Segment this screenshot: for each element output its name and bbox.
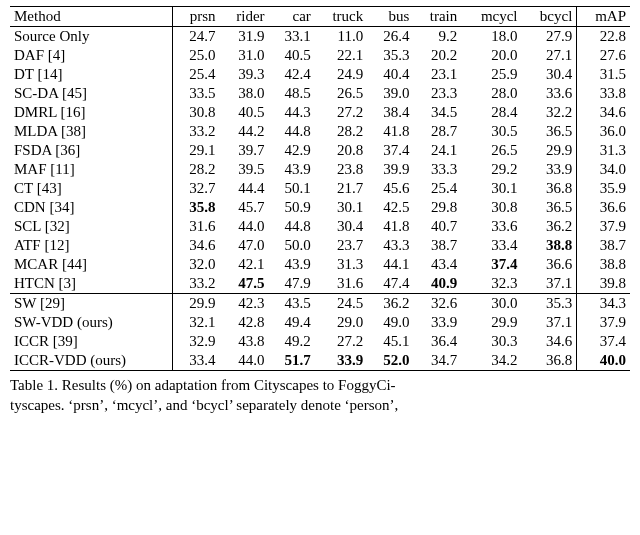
value-cell: 28.2 [315,122,367,141]
value-cell: 36.5 [522,122,577,141]
value-cell: 24.9 [315,65,367,84]
value-cell: 24.7 [173,27,220,47]
table-row: SW-VDD (ours)32.142.849.429.049.033.929.… [10,313,630,332]
value-cell: 47.0 [220,236,269,255]
table-row: MLDA [38]33.244.244.828.241.828.730.536.… [10,122,630,141]
value-cell: 9.2 [413,27,461,47]
table-row: MAF [11]28.239.543.923.839.933.329.233.9… [10,160,630,179]
value-cell: 36.4 [413,332,461,351]
method-cell: FSDA [36] [10,141,173,160]
value-cell: 42.8 [220,313,269,332]
method-cell: SCL [32] [10,217,173,236]
value-cell: 33.3 [413,160,461,179]
value-cell: 38.0 [220,84,269,103]
value-cell: 52.0 [367,351,413,371]
value-cell: 45.7 [220,198,269,217]
value-cell: 26.5 [461,141,521,160]
value-cell: 42.9 [269,141,315,160]
value-cell: 44.1 [367,255,413,274]
value-cell: 50.0 [269,236,315,255]
value-cell: 41.8 [367,217,413,236]
value-cell: 32.9 [173,332,220,351]
value-cell: 18.0 [461,27,521,47]
value-cell: 34.3 [577,294,630,314]
method-cell: MAF [11] [10,160,173,179]
value-cell: 40.5 [220,103,269,122]
value-cell: 30.0 [461,294,521,314]
value-cell: 43.9 [269,255,315,274]
col-rider: rider [220,7,269,27]
table-row: MCAR [44]32.042.143.931.344.143.437.436.… [10,255,630,274]
col-map: mAP [577,7,630,27]
table-row: CT [43]32.744.450.121.745.625.430.136.83… [10,179,630,198]
value-cell: 44.2 [220,122,269,141]
table-row: SC-DA [45]33.538.048.526.539.023.328.033… [10,84,630,103]
value-cell: 29.0 [315,313,367,332]
value-cell: 36.0 [577,122,630,141]
value-cell: 24.5 [315,294,367,314]
value-cell: 37.4 [461,255,521,274]
value-cell: 33.4 [461,236,521,255]
value-cell: 33.8 [577,84,630,103]
value-cell: 25.0 [173,46,220,65]
value-cell: 23.7 [315,236,367,255]
value-cell: 33.2 [173,122,220,141]
value-cell: 20.0 [461,46,521,65]
value-cell: 32.0 [173,255,220,274]
value-cell: 23.8 [315,160,367,179]
value-cell: 29.8 [413,198,461,217]
value-cell: 32.1 [173,313,220,332]
table-row: ICCR [39]32.943.849.227.245.136.430.334.… [10,332,630,351]
value-cell: 21.7 [315,179,367,198]
value-cell: 42.3 [220,294,269,314]
value-cell: 35.9 [577,179,630,198]
value-cell: 30.4 [315,217,367,236]
table-caption: Table 1. Results (%) on adaptation from … [10,371,630,416]
value-cell: 47.5 [220,274,269,294]
value-cell: 49.0 [367,313,413,332]
value-cell: 39.5 [220,160,269,179]
caption-line-2: tyscapes. ‘prsn’, ‘mcycl’, and ‘bcycl’ s… [10,397,398,413]
value-cell: 50.9 [269,198,315,217]
value-cell: 36.8 [522,351,577,371]
value-cell: 39.9 [367,160,413,179]
results-table: Method prsn rider car truck bus train mc… [10,6,630,371]
value-cell: 36.8 [522,179,577,198]
value-cell: 32.7 [173,179,220,198]
value-cell: 45.6 [367,179,413,198]
value-cell: 49.2 [269,332,315,351]
table-row: HTCN [3]33.247.547.931.647.440.932.337.1… [10,274,630,294]
value-cell: 38.4 [367,103,413,122]
value-cell: 40.4 [367,65,413,84]
method-cell: DT [14] [10,65,173,84]
method-cell: Source Only [10,27,173,47]
value-cell: 33.9 [522,160,577,179]
value-cell: 39.8 [577,274,630,294]
value-cell: 25.9 [461,65,521,84]
value-cell: 47.9 [269,274,315,294]
value-cell: 44.4 [220,179,269,198]
method-cell: HTCN [3] [10,274,173,294]
value-cell: 40.7 [413,217,461,236]
table-row: Source Only24.731.933.111.026.49.218.027… [10,27,630,47]
value-cell: 20.8 [315,141,367,160]
value-cell: 31.3 [315,255,367,274]
value-cell: 50.1 [269,179,315,198]
value-cell: 43.4 [413,255,461,274]
value-cell: 37.4 [577,332,630,351]
value-cell: 31.5 [577,65,630,84]
value-cell: 34.0 [577,160,630,179]
col-prsn: prsn [173,7,220,27]
col-bus: bus [367,7,413,27]
table-row: DMRL [16]30.840.544.327.238.434.528.432.… [10,103,630,122]
value-cell: 30.3 [461,332,521,351]
value-cell: 26.5 [315,84,367,103]
value-cell: 37.1 [522,313,577,332]
value-cell: 36.2 [367,294,413,314]
value-cell: 28.0 [461,84,521,103]
value-cell: 30.5 [461,122,521,141]
value-cell: 25.4 [173,65,220,84]
header-row: Method prsn rider car truck bus train mc… [10,7,630,27]
value-cell: 42.4 [269,65,315,84]
value-cell: 30.4 [522,65,577,84]
